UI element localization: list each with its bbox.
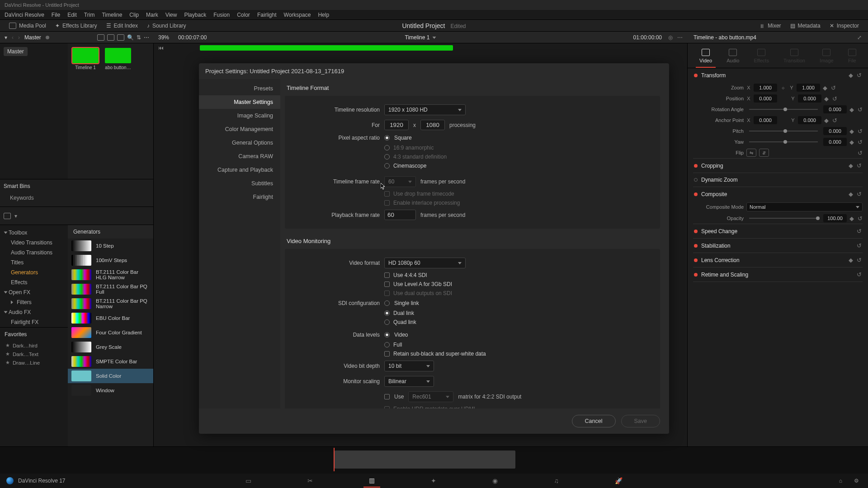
menu-item[interactable]: DaVinci Resolve (5, 12, 44, 18)
playback-framerate-input[interactable] (384, 210, 416, 220)
viewer-more-icon[interactable]: ⋯ (677, 34, 683, 41)
res-width-input[interactable] (384, 120, 409, 130)
metadata-toggle[interactable]: ▤Metadata (786, 23, 825, 29)
generator-item[interactable]: Window (68, 383, 153, 398)
keyframe-icon[interactable]: ◆ (824, 117, 829, 124)
reset-icon[interactable]: ↺ (832, 95, 837, 102)
mixer-toggle[interactable]: ⫼Mixer (755, 23, 785, 29)
toolbox-sub[interactable]: Video Transitions (0, 238, 68, 248)
bin-thumb-timeline[interactable]: Timeline 1 (72, 48, 99, 70)
viewer-zoom[interactable]: 39% (158, 34, 169, 41)
reset-icon[interactable]: ↺ (858, 139, 863, 145)
page-deliver[interactable]: 🚀 (609, 474, 628, 487)
anchor-y-input[interactable] (798, 116, 821, 124)
keyframe-icon[interactable]: ◆ (849, 139, 854, 145)
opacity-input[interactable] (823, 214, 847, 222)
menu-item[interactable]: Playback (184, 12, 206, 18)
settings-sidebar-item[interactable]: Master Settings (199, 95, 280, 109)
yaw-input[interactable] (823, 138, 847, 146)
keyframe-icon[interactable]: ◆ (824, 95, 829, 102)
enable-dot[interactable] (694, 164, 698, 168)
nav-back[interactable]: ‹ (12, 34, 14, 41)
page-color[interactable]: ◉ (487, 474, 503, 487)
bin-master[interactable]: Master (4, 47, 28, 56)
bin-dropdown-icon[interactable]: ▾ (5, 34, 7, 41)
data-video-radio[interactable] (384, 332, 390, 338)
opacity-slider[interactable] (749, 218, 818, 219)
reset-icon[interactable]: ↺ (857, 271, 862, 278)
menu-item[interactable]: Color (237, 12, 250, 18)
link-icon[interactable]: ⟐ (780, 85, 787, 90)
reset-icon[interactable]: ↺ (832, 117, 837, 124)
par-cinemascope-radio[interactable] (384, 163, 390, 169)
toolbox-sub-generators[interactable]: Generators (0, 267, 68, 277)
video-format-select[interactable]: HD 1080p 60 (384, 258, 466, 268)
generator-item[interactable]: BT.2111 Color Bar PQ Narrow (68, 296, 153, 311)
settings-sidebar-item[interactable]: Camera RAW (199, 150, 280, 163)
reset-icon[interactable]: ↺ (857, 162, 862, 169)
menu-item[interactable]: Mark (146, 12, 158, 18)
settings-sidebar-item[interactable]: General Options (199, 136, 280, 150)
generator-item[interactable]: 10 Step (68, 239, 153, 253)
par-43-radio[interactable] (384, 154, 390, 160)
cropping-header[interactable]: Cropping◆↺ (693, 159, 863, 173)
sound-library-toggle[interactable]: ♪Sound Library (142, 23, 191, 29)
stabilization-header[interactable]: Stabilization↺ (693, 239, 863, 253)
keyframe-icon[interactable]: ◆ (849, 106, 854, 113)
inspector-tab-transition[interactable]: Transition (780, 47, 809, 68)
media-pool-toggle[interactable]: Media Pool (5, 23, 51, 29)
reset-icon[interactable]: ↺ (857, 257, 862, 263)
flip-v-button[interactable]: ⇵ (759, 149, 769, 157)
toolbox-cat[interactable]: Open FX (0, 287, 68, 297)
sdi-single-radio[interactable] (384, 300, 390, 306)
page-fairlight[interactable]: ♫ (548, 474, 564, 487)
enable-dot[interactable] (694, 230, 698, 233)
data-full-radio[interactable] (384, 342, 390, 347)
enable-dot[interactable] (694, 258, 698, 262)
dynamic-zoom-header[interactable]: Dynamic Zoom (693, 173, 863, 187)
pitch-input[interactable] (823, 127, 847, 135)
settings-sidebar-item[interactable]: Subtitles (199, 177, 280, 190)
timeline-clip[interactable] (335, 450, 515, 469)
view-metadata-icon[interactable] (97, 34, 104, 41)
monitor-scaling-select[interactable]: Bilinear (384, 376, 434, 387)
keyframe-icon[interactable]: ◆ (849, 215, 854, 222)
par-square-radio[interactable] (384, 135, 390, 141)
speed-change-header[interactable]: Speed Change↺ (693, 224, 863, 238)
generator-item[interactable]: SMPTE Color Bar (68, 354, 153, 369)
menu-item[interactable]: Fusion (213, 12, 230, 18)
lens-correction-header[interactable]: Lens Correction◆↺ (693, 253, 863, 267)
transform-header[interactable]: Transform◆↺ (693, 68, 863, 82)
inspector-toggle[interactable]: ✕Inspector (825, 23, 863, 29)
reset-icon[interactable]: ↺ (858, 215, 863, 222)
enable-dot[interactable] (694, 178, 698, 182)
zoom-x-input[interactable] (754, 84, 777, 92)
rotation-slider[interactable] (749, 109, 818, 110)
retime-scaling-header[interactable]: Retime and Scaling↺ (693, 267, 863, 282)
settings-sidebar-item[interactable]: Image Scaling (199, 109, 280, 122)
rotation-input[interactable] (823, 105, 847, 113)
more-icon[interactable]: ⋯ (144, 34, 149, 41)
menu-item[interactable]: Edit (67, 12, 77, 18)
inspector-tab-file[interactable]: File (844, 47, 860, 68)
fx-view-icon[interactable] (4, 213, 11, 219)
settings-sidebar-item[interactable]: Color Management (199, 122, 280, 136)
reset-icon[interactable]: ↺ (857, 72, 862, 79)
save-button[interactable]: Save (621, 415, 660, 427)
toolbox-sub[interactable]: Fairlight FX (0, 317, 68, 327)
search-icon[interactable]: 🔍 (127, 34, 134, 41)
timeline-name-dropdown[interactable]: Timeline 1 (405, 34, 436, 41)
settings-sidebar-item[interactable]: Capture and Playback (199, 163, 280, 177)
inspector-tab-image[interactable]: Image (816, 47, 837, 68)
menu-item[interactable]: Fairlight (257, 12, 277, 18)
smart-bin-keywords[interactable]: Keywords (4, 193, 150, 203)
menu-item[interactable]: View (165, 12, 177, 18)
par-169-radio[interactable] (384, 145, 390, 150)
reset-icon[interactable]: ↺ (857, 191, 862, 197)
use-matrix-checkbox[interactable] (384, 394, 390, 399)
level-a-checkbox[interactable] (384, 282, 390, 287)
cancel-button[interactable]: Cancel (572, 415, 616, 427)
composite-header[interactable]: Composite◆↺ (693, 187, 863, 201)
color-tag[interactable] (46, 36, 49, 39)
use-444-checkbox[interactable] (384, 272, 390, 278)
